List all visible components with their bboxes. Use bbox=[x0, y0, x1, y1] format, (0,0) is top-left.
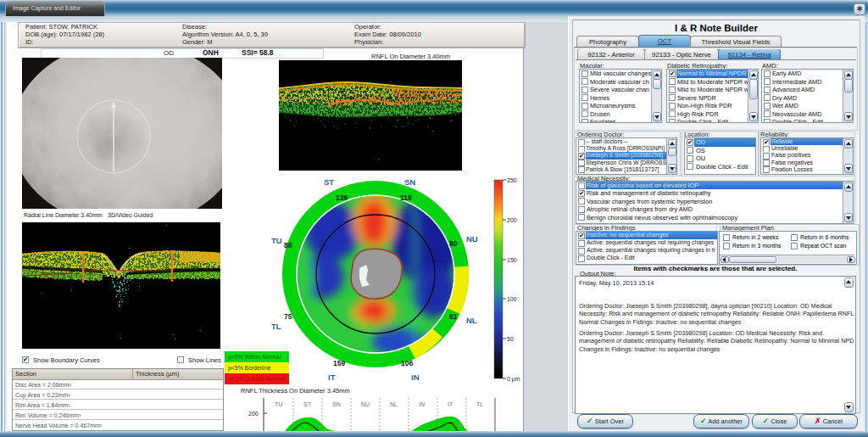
svg-text:200: 200 bbox=[248, 411, 259, 417]
svg-text:ST: ST bbox=[324, 177, 334, 187]
svg-text:IT: IT bbox=[448, 401, 453, 407]
svg-text:159: 159 bbox=[333, 359, 345, 367]
svg-text:150: 150 bbox=[507, 257, 517, 263]
svg-text:0 µm: 0 µm bbox=[507, 376, 520, 383]
svg-text:TU: TU bbox=[271, 236, 282, 245]
svg-text:50: 50 bbox=[507, 336, 514, 342]
svg-text:TL: TL bbox=[476, 401, 483, 407]
svg-text:119: 119 bbox=[400, 193, 412, 202]
svg-text:200: 200 bbox=[507, 217, 517, 223]
svg-text:NL: NL bbox=[466, 316, 477, 325]
svg-text:NU: NU bbox=[361, 401, 370, 407]
svg-text:80: 80 bbox=[449, 239, 458, 248]
svg-text:NL: NL bbox=[390, 401, 398, 407]
svg-text:139: 139 bbox=[336, 193, 348, 202]
svg-text:61: 61 bbox=[449, 312, 458, 321]
svg-text:75: 75 bbox=[284, 312, 292, 321]
svg-text:SN: SN bbox=[404, 177, 415, 187]
svg-text:ST: ST bbox=[303, 401, 312, 407]
svg-text:IT: IT bbox=[328, 373, 336, 382]
svg-text:250: 250 bbox=[507, 177, 517, 183]
svg-text:TL: TL bbox=[271, 322, 281, 331]
svg-text:NU: NU bbox=[466, 234, 478, 244]
svg-text:80: 80 bbox=[284, 241, 292, 249]
svg-text:100: 100 bbox=[507, 296, 517, 302]
svg-text:SN: SN bbox=[332, 401, 341, 407]
svg-text:TU: TU bbox=[275, 401, 282, 407]
svg-text:106: 106 bbox=[401, 359, 413, 367]
svg-text:IN: IN bbox=[411, 373, 420, 382]
svg-text:IN: IN bbox=[419, 401, 425, 407]
